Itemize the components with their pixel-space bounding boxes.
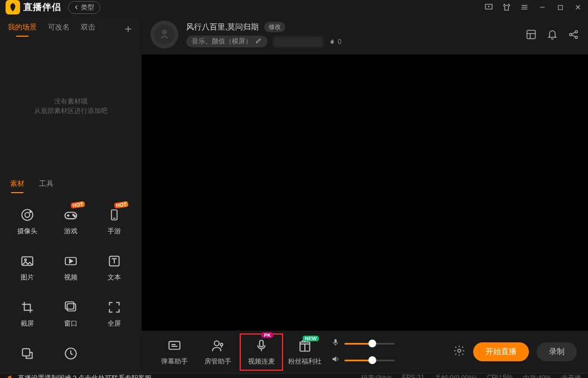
scene-tab-my[interactable]: 我的场景 [8,22,37,36]
menu-icon[interactable] [520,3,529,12]
preview-area[interactable] [142,55,588,331]
audio-sliders [331,338,395,366]
logo-icon [6,0,20,14]
main-area: 我的场景 可改名 双击 ＋ 没有素材哦 从底部素材区进行添加吧 素材 工具 摄像… [0,14,588,373]
add-scene-button[interactable]: ＋ [123,21,134,36]
close-button[interactable] [574,3,582,12]
svg-point-16 [74,215,75,217]
svg-marker-22 [70,259,72,263]
speaker-icon[interactable] [331,355,340,366]
danmu-icon [167,338,182,354]
source-mobile[interactable]: HOT 手游 [93,207,136,236]
source-game[interactable]: HOT 游戏 [49,207,93,236]
source-label: 窗口 [64,319,77,328]
svg-point-20 [25,259,26,261]
content: 风行八百里,莫问归期 修改 音乐、颜值（横屏） 0 [142,14,588,373]
source-label: 文本 [108,273,121,282]
minimize-button[interactable] [538,3,547,12]
app-logo: 直播伴侣 [6,0,61,14]
svg-line-39 [572,35,576,37]
window-icon [62,299,79,316]
svg-rect-45 [260,340,264,347]
source-label: 游戏 [64,227,77,236]
source-extra-1[interactable] [6,345,49,362]
source-label: 摄像头 [17,227,37,236]
new-badge: NEW [303,336,319,341]
svg-point-44 [220,343,222,345]
room-info: 风行八百里,莫问归期 修改 音乐、颜值（横屏） 0 [186,22,342,47]
stat-bitrate: 码率:0kb/s [361,374,392,378]
stat-cpu: CPU:5% [487,374,513,378]
stat-state: 未开播 [561,374,581,378]
scene-tab-double[interactable]: 双击 [81,22,95,36]
source-text[interactable]: 文本 [93,253,136,282]
tb-label: 视频连麦 [248,357,275,366]
category-label: 音乐、颜值（横屏） [192,37,252,46]
source-video[interactable]: 视频 [49,253,93,282]
pencil-icon[interactable] [255,37,262,46]
svg-point-9 [22,209,33,220]
edit-title-button[interactable]: 修改 [264,22,285,32]
svg-rect-6 [558,5,562,9]
svg-rect-26 [67,304,76,311]
heat-value: 0 [338,38,342,46]
settings-button[interactable] [453,345,465,359]
svg-rect-40 [169,341,180,349]
source-crop[interactable]: 截屏 [6,299,49,328]
tool-danmu[interactable]: 弹幕助手 [153,338,196,366]
type-button[interactable]: 类型 [68,1,100,14]
svg-point-15 [73,214,74,215]
hot-badge: HOT [70,201,85,208]
tb-label: 粉丝福利社 [288,357,322,366]
hot-badge: HOT [114,201,128,208]
source-label: 视频 [64,273,77,282]
svg-point-1 [488,6,489,7]
source-extra-2[interactable] [49,345,93,362]
skin-icon[interactable] [502,3,511,12]
tab-tools[interactable]: 工具 [39,179,54,192]
record-button[interactable]: 录制 [537,342,577,361]
tool-moderator[interactable]: 房管助手 [196,338,240,366]
statusbar: 直播设置遇到困难？点击此处可联系专职客服 码率:0kb/s FPS:31 丢帧:… [0,373,588,378]
fullscreen-icon [106,299,123,316]
empty-line1: 没有素材哦 [54,97,88,106]
layout-icon[interactable] [526,29,537,40]
svg-point-43 [215,341,220,346]
svg-rect-32 [527,31,536,39]
camera-icon [19,207,36,223]
mic-slider[interactable] [344,343,395,345]
svg-rect-27 [65,302,74,309]
blurred-info [273,36,323,47]
tb-label: 房管助手 [205,357,231,366]
svg-rect-48 [334,339,337,343]
mic-icon[interactable] [331,338,340,349]
moderator-icon [210,338,226,354]
bell-icon[interactable] [547,29,558,40]
source-camera[interactable]: 摄像头 [6,207,49,236]
help-link[interactable]: 直播设置遇到困难？点击此处可联系专职客服 [7,374,152,378]
mic-link-icon [254,338,269,354]
share-icon[interactable] [568,29,579,40]
scene-tab-rename[interactable]: 可改名 [48,22,70,36]
source-window[interactable]: 窗口 [49,299,93,328]
titlebar: 直播伴侣 类型 [0,0,588,14]
image-icon [19,253,36,269]
avatar[interactable] [150,21,178,48]
screen-icon[interactable] [484,3,493,12]
source-label: 全屏 [108,319,121,328]
tab-sources[interactable]: 素材 [10,179,25,192]
type-button-label: 类型 [81,3,94,12]
pk-badge: PK [261,332,273,338]
tool-fan-club[interactable]: NEW 粉丝福利社 [283,338,327,366]
maximize-button[interactable] [556,3,565,12]
speaker-slider[interactable] [344,360,395,361]
tool-video-link[interactable]: PK 视频连麦 [240,333,283,371]
source-label: 图片 [21,273,34,282]
source-fullscreen[interactable]: 全屏 [93,299,136,328]
crop-icon [19,299,36,316]
start-stream-button[interactable]: 开始直播 [473,342,529,361]
source-image[interactable]: 图片 [6,253,49,282]
flame-icon [329,38,336,45]
stat-mem: 内存:40% [523,374,551,378]
category-chip[interactable]: 音乐、颜值（横屏） [186,36,268,47]
